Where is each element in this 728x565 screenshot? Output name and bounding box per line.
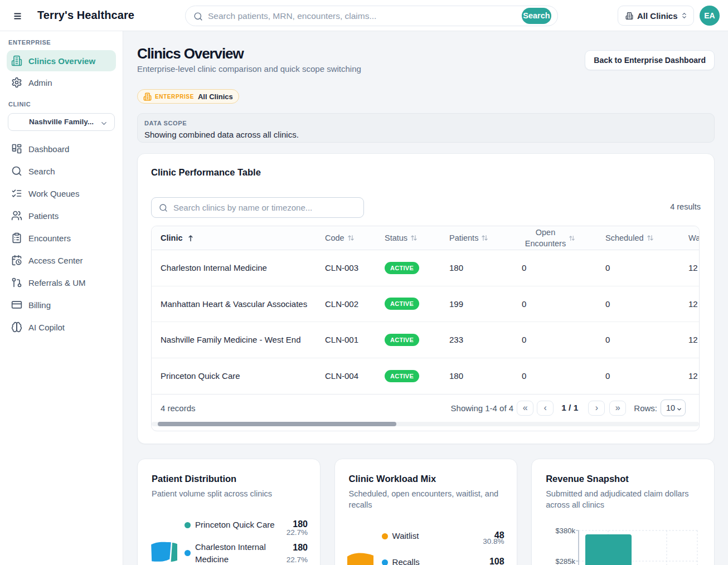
svg-text:$380k: $380k [556, 527, 576, 535]
svg-text:$285k: $285k [556, 557, 576, 565]
